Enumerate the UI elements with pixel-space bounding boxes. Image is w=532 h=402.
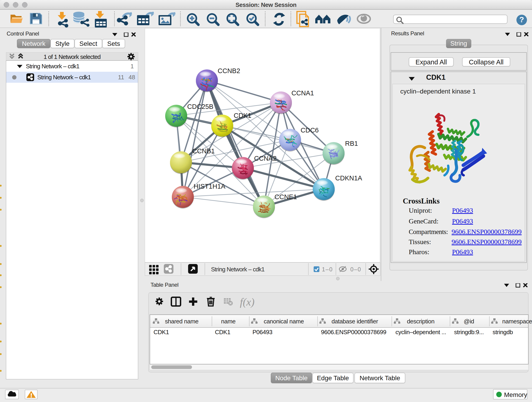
svg-text:CDK1: CDK1	[234, 112, 251, 119]
svg-text:f(x): f(x)	[240, 296, 254, 308]
svg-text:CCNA1: CCNA1	[291, 89, 314, 97]
svg-text:CCNE1: CCNE1	[274, 193, 297, 201]
svg-text:CDKN1A: CDKN1A	[335, 174, 362, 182]
svg-text:CCNB2: CCNB2	[218, 67, 240, 75]
svg-text:CDC6: CDC6	[301, 127, 319, 134]
svg-text:CCNB1: CCNB1	[192, 147, 215, 155]
svg-text:CCNA2: CCNA2	[254, 155, 277, 162]
svg-text:CDC25B: CDC25B	[187, 103, 213, 110]
svg-text:HIST1H1A: HIST1H1A	[194, 183, 225, 190]
svg-text:RB1: RB1	[345, 140, 358, 147]
